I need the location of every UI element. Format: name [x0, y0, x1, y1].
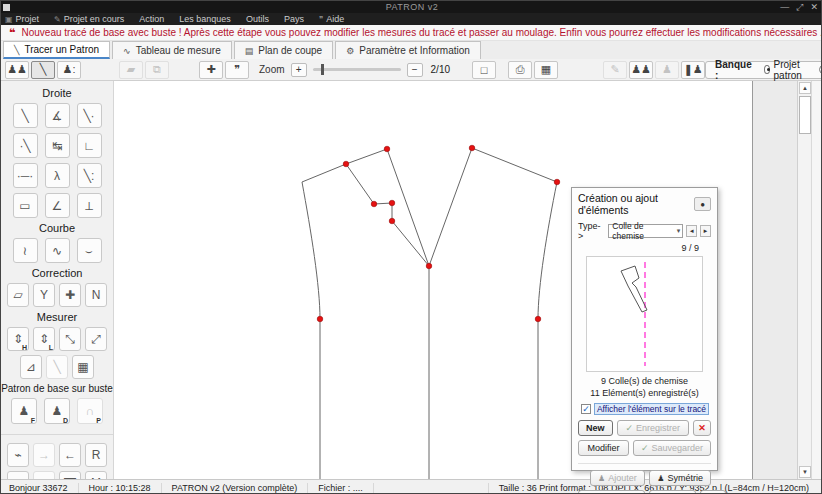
tool-mesurer-segment[interactable]: ⤡ — [59, 327, 81, 351]
tool-correction-move[interactable]: ✚ — [59, 283, 81, 307]
tool-mesurer-grille[interactable]: ▦ — [72, 355, 94, 379]
tool-mesurer-hauteur[interactable]: ⇕H — [7, 327, 29, 351]
tool-courbe-wave-icon: ∿ — [52, 244, 62, 258]
menu-projet[interactable]: ▣Projet — [5, 14, 39, 24]
tool-courbe-wave[interactable]: ∿ — [45, 238, 70, 263]
tool-droite-angle[interactable]: ∠ — [45, 193, 70, 218]
tool-courbe-s[interactable]: ≀ — [13, 238, 38, 263]
supprimer-button[interactable]: ✕ supprimer — [578, 490, 645, 494]
pattern-point — [389, 218, 395, 224]
tool-droite-corner[interactable]: ∟ — [77, 133, 102, 158]
tool-droite-point-line[interactable]: ·╲ — [13, 133, 38, 158]
creation-panel: Création ou ajout d'éléments ● Type-> Co… — [571, 187, 718, 471]
buste-duo-tool[interactable]: ♟♟ — [629, 61, 653, 79]
tool-droite-line[interactable]: ╲ — [13, 103, 38, 128]
menu-outils[interactable]: Outils — [246, 14, 269, 24]
annuler-button[interactable]: Annuler — [649, 490, 696, 494]
menu-aide[interactable]: ❞Aide — [319, 14, 344, 24]
tool-buste-face[interactable]: ♟F — [11, 398, 37, 424]
comment-tool[interactable]: ❞ — [225, 61, 249, 79]
tool-mesurer-courbe[interactable]: ⤢ — [85, 327, 107, 351]
panel-menu-button[interactable]: ● — [694, 197, 711, 211]
section-title-droite: Droite — [1, 87, 113, 99]
tab-tableau-de-mesure-icon: ∿ — [123, 46, 131, 56]
tool-droite-line-point[interactable]: ╲· — [77, 103, 102, 128]
tool-correction-mirror[interactable]: N — [85, 283, 107, 307]
tool-buste-p-tag: P — [96, 417, 101, 424]
zoom-slider[interactable] — [313, 68, 401, 71]
prev-element-button[interactable]: ◄ — [686, 225, 697, 237]
tool-delete[interactable]: ⌧ — [59, 471, 81, 479]
frame-tool[interactable]: □ — [472, 61, 496, 79]
show-element-checkbox[interactable]: ✓ — [581, 404, 591, 414]
tool-droite-fork[interactable]: λ — [45, 163, 70, 188]
tab-tableau-de-mesure[interactable]: ∿Tableau de mesure — [112, 41, 232, 59]
tool-droite-h-line[interactable]: ·─· — [13, 163, 38, 188]
next-element-button[interactable]: ► — [700, 225, 711, 237]
radio-projet-patron[interactable]: Projet patron — [764, 59, 805, 81]
menu-les-banques[interactable]: Les banques — [179, 14, 231, 24]
close-button[interactable]: ✕ — [810, 2, 818, 13]
type-select[interactable]: Colle de chemise ▾ — [608, 224, 683, 238]
section-title-courbe: Courbe — [1, 222, 113, 234]
tool-courbe-arc[interactable]: ⌣ — [77, 238, 102, 263]
tool-correction-junction[interactable]: Y — [33, 283, 55, 307]
tool-m[interactable]: M — [85, 471, 107, 479]
zoom-out-button[interactable]: − — [407, 63, 423, 77]
tab-parametre-et-information[interactable]: ⚙Paramètre et Information — [335, 41, 481, 59]
scrollbar-thumb[interactable] — [799, 96, 811, 134]
menu-action[interactable]: Action — [139, 14, 164, 24]
close-panel-button[interactable]: ✕ — [693, 420, 711, 436]
section-title-mesurer: Mesurer — [1, 311, 113, 323]
pattern-point — [317, 316, 323, 322]
tool-mesurer-longueur[interactable]: ⇕L — [33, 327, 55, 351]
tool-correction-mirror-icon: N — [92, 288, 101, 302]
ok-button[interactable]: Ok. — [700, 490, 726, 494]
tool-undo: ↖ — [33, 471, 55, 479]
banque-label: Banque : — [715, 59, 752, 81]
tool-guide-line[interactable]: ⌁ — [7, 443, 29, 467]
buste-pair-tool[interactable]: ♟♟ — [5, 61, 29, 79]
tool-droite-perpendicular[interactable]: ⟂ — [77, 193, 102, 218]
restore-button[interactable]: ⤢ — [796, 2, 803, 13]
tool-frame[interactable]: ▯ — [7, 471, 29, 479]
tool-correction-piece[interactable]: ▱ — [7, 283, 29, 307]
scroll-down-button[interactable]: ▼ — [799, 466, 811, 478]
pencil-tool: ✎ — [603, 61, 627, 79]
radio-projet-patron-label: Projet patron — [774, 59, 806, 81]
grid-button[interactable]: ▦ — [534, 61, 558, 79]
menu-projet-en-cours-icon: ✎ — [54, 15, 61, 24]
tab-plan-de-coupe[interactable]: ▤Plan de coupe — [234, 41, 333, 59]
zoom-slider-thumb[interactable] — [321, 64, 324, 75]
zoom-in-button[interactable]: + — [291, 63, 307, 77]
tool-droite-rectangle[interactable]: ▭ — [13, 193, 38, 218]
scroll-up-button[interactable]: ▲ — [799, 82, 811, 94]
line-draw-tool[interactable]: ╲ — [31, 61, 55, 79]
minimize-button[interactable]: — — [780, 2, 789, 13]
sauvegarder-label: Sauvegarder — [651, 443, 703, 453]
modifier-button[interactable]: Modifier — [578, 440, 629, 456]
tool-droite-axis[interactable]: ↹ — [45, 133, 70, 158]
tool-r[interactable]: R — [85, 443, 107, 467]
tool-droite-marked-line[interactable]: ╲: — [77, 163, 102, 188]
move-tool[interactable]: ✚ — [199, 61, 223, 79]
menu-projet-en-cours[interactable]: ✎Projet en cours — [54, 14, 124, 24]
tab-tracer-un-patron[interactable]: ╲Tracer un Patron — [3, 41, 110, 59]
radio-projet-patron-radio[interactable] — [764, 65, 770, 74]
new-button[interactable]: New — [578, 420, 613, 436]
tool-buste-dos-icon: ♟ — [52, 404, 63, 418]
buste-line-tool[interactable]: ❚♟ — [681, 61, 705, 79]
tool-back[interactable]: ← — [59, 443, 81, 467]
tab-tracer-un-patron-icon: ╲ — [14, 45, 19, 55]
tool-mesurer-equerre[interactable]: ⊿ — [20, 355, 42, 379]
vertical-scrollbar[interactable]: ▲ ▼ — [797, 81, 811, 479]
tool-buste-p: ∩P — [77, 398, 103, 424]
buste-points-tool[interactable]: ♟: — [57, 61, 81, 79]
tool-buste-dos[interactable]: ♟D — [44, 398, 70, 424]
symetrie-button[interactable]: ♟ Symétrie — [649, 470, 711, 486]
print-button[interactable]: ⎙ — [508, 61, 532, 79]
menu-pays[interactable]: Pays — [284, 14, 304, 24]
panel-divider — [578, 463, 711, 464]
tab-parametre-et-information-icon: ⚙ — [346, 46, 354, 56]
tool-droite-line-angle[interactable]: ∡ — [45, 103, 70, 128]
